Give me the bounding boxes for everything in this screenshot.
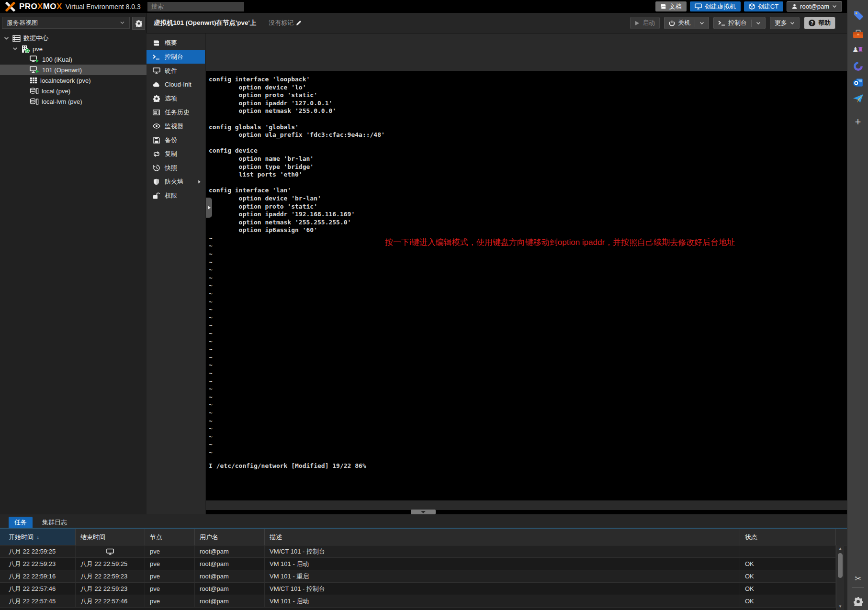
history-icon [152,165,160,171]
tree-item-storage-local-lvm[interactable]: local-lvm (pve) [0,96,147,107]
add-icon[interactable]: + [847,115,868,129]
play-icon [635,21,640,26]
tree-item-datacenter[interactable]: 数据中心 [0,33,147,44]
task-cell: root@pam [195,583,265,595]
column-header-start-time[interactable]: 开始时间 ↓ [0,529,76,545]
tab-cluster-log[interactable]: 集群日志 [36,517,73,528]
task-cell: 八月 22 22:59:25 [0,545,76,557]
caret-down-icon [421,511,426,513]
proxmox-wordmark: PROXMOX [19,2,62,11]
tree-settings-button[interactable] [132,17,145,30]
task-row[interactable]: 八月 22 22:59:16八月 22 22:59:23pveroot@pamV… [0,570,836,583]
menu-item-firewall[interactable]: 防火墙 [147,175,205,189]
documentation-button[interactable]: 文档 [655,1,687,11]
more-button[interactable]: 更多 [770,17,800,29]
settings-icon[interactable] [847,594,868,609]
menu-item-console[interactable]: 控制台 [147,50,205,64]
task-cell: OK [740,583,836,595]
eye-icon [152,123,160,129]
tags-area[interactable]: 没有标记 [269,19,302,27]
tree-item-storage-local[interactable]: local (pve) [0,86,147,96]
menu-item-summary[interactable]: 概要 [147,36,205,50]
menu-item-hardware[interactable]: 硬件 [147,64,205,78]
caret-right-icon [198,179,201,184]
column-header-end-time[interactable]: 结束时间 [76,529,145,545]
tree-item-label: pve [33,45,43,53]
help-button[interactable]: ? 帮助 [804,17,835,29]
microsoft-365-icon[interactable] [847,59,868,73]
tree-item-vm-101[interactable]: 101 (Openwrt) [0,65,147,75]
shutdown-split-button[interactable]: 关机 [664,17,709,29]
version-label: Virtual Environment 8.0.3 [66,3,141,11]
tree-item-label: local (pve) [42,88,70,95]
column-header-status[interactable]: 状态 [740,529,836,545]
column-header-node[interactable]: 节点 [145,529,195,545]
console-split-button[interactable]: 控制台 [713,17,766,29]
task-cell: pve [145,583,195,595]
novnc-control-handle[interactable] [206,198,212,218]
scrollbar-thumb[interactable] [838,553,843,578]
menu-item-cloudinit[interactable]: Cloud-Init [147,78,205,91]
view-selector[interactable]: 服务器视图 [2,17,130,29]
task-cell: 八月 22 22:59:16 [0,570,76,582]
menu-item-monitor[interactable]: 监视器 [147,119,205,133]
user-menu-button[interactable]: root@pam [787,1,842,11]
task-cell: VM 101 - 启动 [265,558,740,570]
search-input[interactable] [147,2,244,11]
menu-item-backup[interactable]: 备份 [147,133,205,147]
toolbox-icon[interactable] [847,27,868,41]
chevron-down-icon [699,22,704,25]
menu-item-permissions[interactable]: 权限 [147,189,205,202]
tab-tasks[interactable]: 任务 [9,517,33,528]
resource-tree-panel: 服务器视图 数据中心pve100 (iKuai)101 (Openwrt)loc… [0,13,147,514]
tree-item-node-pve[interactable]: pve [0,44,147,54]
task-row[interactable]: 八月 22 22:57:46八月 22 22:59:23pveroot@pamV… [0,583,836,595]
create-ct-button[interactable]: 创建CT [744,1,783,11]
scroll-up-icon[interactable]: ▲ [836,545,844,552]
task-cell: 八月 22 22:59:23 [76,570,145,582]
vnc-screen[interactable]: config interface 'loopback' option devic… [206,71,847,500]
scroll-down-icon[interactable]: ▼ [836,603,844,610]
task-cell: 八月 22 22:57:45 [0,595,76,607]
menu-item-snapshots[interactable]: 快照 [147,161,205,175]
task-cell: VM 101 - 重启 [265,570,740,582]
outlook-icon[interactable] [847,75,868,89]
datacenter-icon [12,35,21,42]
task-row[interactable]: 八月 22 22:59:25pveroot@pamVM/CT 101 - 控制台 [0,545,836,558]
splitter-collapse-handle[interactable] [411,510,436,514]
list-icon [152,110,160,115]
expand-caret-icon[interactable] [3,36,10,40]
terminal-icon [152,54,160,60]
tree-item-storage-localnetwork[interactable]: localnetwork (pve) [0,75,147,86]
task-row[interactable]: 八月 22 22:57:45八月 22 22:57:46pveroot@pamV… [0,595,836,608]
menu-item-options[interactable]: 选项 [147,91,205,105]
task-row[interactable]: 八月 22 22:59:23八月 22 22:59:25pveroot@pamV… [0,558,836,570]
tree-item-label: 数据中心 [23,34,48,43]
chevron-down-icon [120,21,125,24]
column-header-description[interactable]: 描述 [265,529,740,545]
expand-caret-icon[interactable] [12,47,18,51]
column-header-user[interactable]: 用户名 [195,529,265,545]
menu-item-label: 任务历史 [165,108,190,117]
menu-item-replication[interactable]: 复制 [147,147,205,161]
create-vm-button[interactable]: 创建虚拟机 [690,1,741,11]
start-button[interactable]: 启动 [630,17,660,29]
task-table-scrollbar[interactable]: ▲ ▼ [836,545,844,610]
tree-item-label: 100 (iKuai) [42,56,72,63]
task-cell: 八月 22 22:59:25 [76,558,145,570]
snip-icon[interactable]: ✂ [847,571,868,586]
menu-item-label: 选项 [165,94,177,103]
gear-icon [135,20,142,27]
tree-item-vm-100[interactable]: 100 (iKuai) [0,54,147,65]
task-cell: root@pam [195,558,265,570]
send-icon[interactable] [847,91,868,106]
games-icon[interactable]: ♟♜ [847,43,868,57]
menu-item-task-history[interactable]: 任务历史 [147,105,205,119]
task-table-body: 八月 22 22:59:25pveroot@pamVM/CT 101 - 控制台… [0,545,847,608]
tag-icon[interactable] [847,8,868,22]
vm-menu: 概要控制台硬件Cloud-Init选项任务历史监视器备份复制快照防火墙权限 [147,33,205,514]
task-cell: VM/CT 101 - 控制台 [265,545,740,557]
menu-item-label: 控制台 [165,53,183,61]
panel-splitter[interactable] [206,510,847,514]
user-icon [792,4,797,9]
